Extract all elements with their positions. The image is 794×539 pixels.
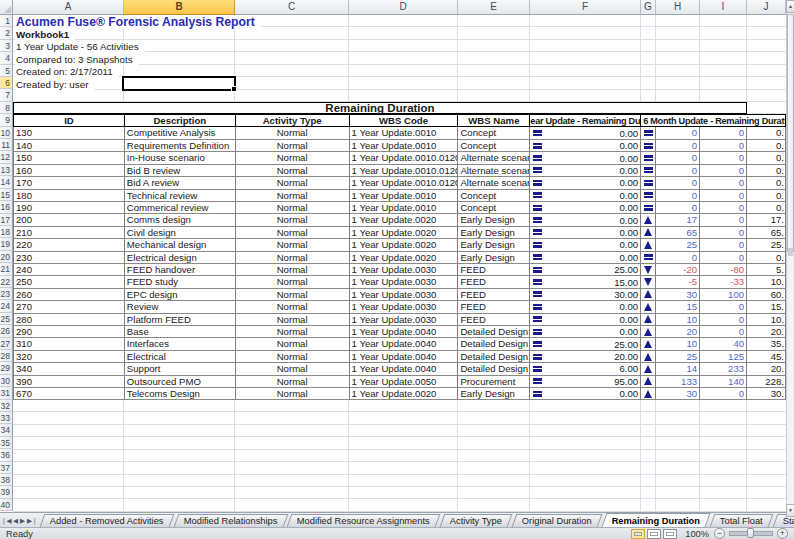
cell-6mo-percent[interactable]: -80	[700, 264, 747, 276]
first-sheet-icon[interactable]: ❘◀	[1, 515, 11, 526]
cell-6mo-percent[interactable]: 0	[700, 140, 747, 152]
sheet-tab-activity-type[interactable]: Activity Type	[440, 514, 513, 527]
page-break-view-button[interactable]	[663, 529, 677, 539]
cell-1yr-remaining[interactable]: 0.00	[530, 301, 641, 313]
cell-wbs-name[interactable]: Early Design	[458, 214, 530, 226]
cell-wbs-code[interactable]: 1 Year Update.0010	[350, 140, 459, 152]
cell-activity-type[interactable]: Normal	[236, 314, 350, 326]
row-header-8[interactable]: 8	[0, 102, 13, 114]
row-header-38[interactable]: 38	[0, 474, 13, 486]
cell-6mo-value[interactable]: 10.	[747, 314, 786, 326]
cell-6mo-value[interactable]: 0.	[747, 127, 786, 139]
column-header-a[interactable]: A	[13, 0, 124, 15]
cell-1yr-remaining[interactable]: 0.00	[530, 239, 641, 251]
cell-id[interactable]: 190	[14, 202, 125, 214]
last-sheet-icon[interactable]: ▶❘	[27, 515, 37, 526]
row-header-32[interactable]: 32	[0, 400, 13, 412]
cell-1yr-remaining[interactable]: 0.00	[530, 214, 641, 226]
prev-sheet-icon[interactable]: ◀	[13, 515, 18, 526]
cell-wbs-code[interactable]: 1 Year Update.0010	[350, 127, 459, 139]
cell-6mo-change[interactable]: 0	[656, 140, 700, 152]
cell-6mo-percent[interactable]: 0	[700, 177, 747, 189]
cell-wbs-name[interactable]: Detailed Design	[458, 351, 530, 363]
cell-wbs-name[interactable]: Concept	[458, 140, 530, 152]
cell-wbs-name[interactable]: Early Design	[458, 252, 530, 264]
row-header-23[interactable]: 23	[0, 288, 13, 300]
cell-wbs-code[interactable]: 1 Year Update.0030	[350, 301, 459, 313]
cell-6mo-trend[interactable]	[641, 202, 656, 214]
cell-description[interactable]: Requirements Definition	[125, 140, 236, 152]
cell-1yr-remaining[interactable]: 0.00	[530, 140, 641, 152]
cell-6mo-change[interactable]: 0	[656, 127, 700, 139]
cell-description[interactable]: Telecoms Design	[125, 388, 236, 400]
cell-6mo-change[interactable]: 17	[656, 214, 700, 226]
cell-activity-type[interactable]: Normal	[236, 264, 350, 276]
cell-wbs-name[interactable]: FEED	[458, 264, 530, 276]
cell-6mo-trend[interactable]	[641, 190, 656, 202]
cell-id[interactable]: 230	[14, 252, 125, 264]
cell-activity-type[interactable]: Normal	[236, 351, 350, 363]
cell-wbs-name[interactable]: Detailed Design	[458, 338, 530, 350]
sheet-tab-original-duration[interactable]: Original Duration	[512, 514, 602, 527]
row-header-1[interactable]: 1	[0, 15, 13, 27]
cell-wbs-name[interactable]: Alternate scenario	[458, 165, 530, 177]
cell-description[interactable]: Base	[125, 326, 236, 338]
scroll-up-icon[interactable]: ▲	[786, 0, 794, 13]
cell-description[interactable]: Interfaces	[125, 338, 236, 350]
cell-id[interactable]: 240	[14, 264, 125, 276]
cell-6mo-percent[interactable]: 0	[700, 127, 747, 139]
column-header-c[interactable]: C	[235, 0, 349, 15]
cell-activity-type[interactable]: Normal	[236, 376, 350, 388]
cell-id[interactable]: 200	[14, 214, 125, 226]
cell-6mo-trend[interactable]	[641, 227, 656, 239]
row-header-33[interactable]: 33	[0, 412, 13, 424]
zoom-out-button[interactable]: −	[714, 528, 725, 539]
cell-6mo-percent[interactable]: 0	[700, 301, 747, 313]
cell-wbs-code[interactable]: 1 Year Update.0050	[350, 376, 459, 388]
cell-description[interactable]: FEED handover	[125, 264, 236, 276]
cell-activity-type[interactable]: Normal	[236, 301, 350, 313]
cell-wbs-name[interactable]: FEED	[458, 276, 530, 288]
cell-6mo-value[interactable]: 30.	[747, 388, 786, 400]
cell-1yr-remaining[interactable]: 0.00	[530, 152, 641, 164]
row-header-11[interactable]: 11	[0, 139, 13, 151]
sheet-tab-added-removed-activities[interactable]: Added - Removed Activities	[40, 514, 174, 527]
cell-6mo-value[interactable]: 0.	[747, 152, 786, 164]
cell-id[interactable]: 670	[14, 388, 125, 400]
cell-1yr-remaining[interactable]: 25.00	[530, 338, 641, 350]
cell-1yr-remaining[interactable]: 0.00	[530, 165, 641, 177]
cell-6mo-trend[interactable]	[641, 363, 656, 375]
cell-wbs-name[interactable]: FEED	[458, 301, 530, 313]
cell-description[interactable]: Bid A review	[125, 177, 236, 189]
row-header-2[interactable]: 2	[0, 27, 13, 39]
cell-6mo-value[interactable]: 20.	[747, 363, 786, 375]
header-cell[interactable]: ID	[14, 114, 125, 127]
cell-6mo-trend[interactable]	[641, 388, 656, 400]
column-header-e[interactable]: E	[458, 0, 530, 15]
zoom-level[interactable]: 100%	[685, 529, 709, 539]
column-header-j[interactable]: J	[747, 0, 786, 15]
cell-id[interactable]: 250	[14, 276, 125, 288]
row-header-5[interactable]: 5	[0, 65, 13, 77]
row-header-19[interactable]: 19	[0, 238, 13, 250]
cell-1yr-remaining[interactable]: 0.00	[530, 190, 641, 202]
row-header-4[interactable]: 4	[0, 52, 13, 64]
cell-wbs-name[interactable]: Detailed Design	[458, 326, 530, 338]
cell-description[interactable]: EPC design	[125, 289, 236, 301]
zoom-slider-thumb[interactable]	[747, 528, 754, 538]
vertical-scrollbar[interactable]: ▲ ▼	[786, 0, 794, 518]
row-header-22[interactable]: 22	[0, 276, 13, 288]
cell-1yr-remaining[interactable]: 15.00	[530, 276, 641, 288]
cell-6mo-change[interactable]: 0	[656, 252, 700, 264]
cell-6mo-value[interactable]: 0.	[747, 202, 786, 214]
cell-wbs-name[interactable]: Alternate scenario	[458, 177, 530, 189]
cell-6mo-trend[interactable]	[641, 376, 656, 388]
cell-id[interactable]: 390	[14, 376, 125, 388]
cell-6mo-percent[interactable]: 0	[700, 388, 747, 400]
cell-activity-type[interactable]: Normal	[236, 239, 350, 251]
cell-activity-type[interactable]: Normal	[236, 214, 350, 226]
cell-id[interactable]: 270	[14, 301, 125, 313]
cell-activity-type[interactable]: Normal	[236, 152, 350, 164]
cell-6mo-value[interactable]: 60.	[747, 289, 786, 301]
cell-6mo-value[interactable]: 0.	[747, 190, 786, 202]
